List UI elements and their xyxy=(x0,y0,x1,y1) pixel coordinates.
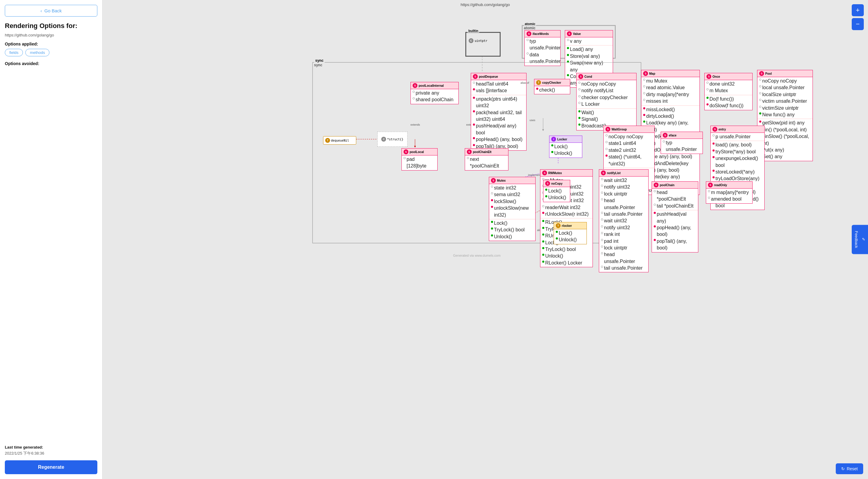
entry-fields: p unsafe.Pointer xyxy=(711,133,764,141)
pl-badge: S xyxy=(404,150,408,154)
nocopy-box: S noCopy Lock() Unlock() xyxy=(543,180,570,202)
pd-fields: headTail uint64 vals []interface xyxy=(471,80,526,95)
zoom-controls: + − xyxy=(852,4,864,30)
cond-fields: noCopy noCopy notify notifyList checker … xyxy=(577,80,636,109)
value-badge: S xyxy=(567,31,572,36)
rw-name: RWMutex xyxy=(548,171,562,175)
alias-of-label-1: alias of xyxy=(521,81,529,84)
pce-fields: next *poolChainElt xyxy=(465,155,508,170)
entry-badge: S xyxy=(712,127,717,132)
last-gen-label: Last time generated: xyxy=(5,445,97,449)
pool-box: S Pool noCopy noCopy local unsafe.Pointe… xyxy=(757,70,813,161)
option-methods[interactable]: methods xyxy=(25,49,50,56)
eface-name: eface xyxy=(669,134,677,137)
zoom-out-button[interactable]: − xyxy=(852,18,864,30)
reset-icon: ↻ xyxy=(841,466,845,471)
uintptr-badge: C xyxy=(469,38,473,43)
map-name: Map xyxy=(649,72,655,75)
diagram-canvas[interactable]: sync atomic builtin alias of alias of us… xyxy=(102,10,851,479)
page-title: Rendering Options for: xyxy=(5,22,97,30)
mutex-methods: Lock() TryLock() bool Unlock() xyxy=(489,219,535,241)
dequeuenil-box: T dequeueNil xyxy=(323,136,356,145)
once-fields: done uint32 m Mutex xyxy=(705,80,752,95)
wg-badge: S xyxy=(606,127,610,132)
mutex-badge: S xyxy=(491,178,496,183)
nl-header: S notifyList xyxy=(599,170,648,177)
wg-name: WaitGroup xyxy=(612,128,627,131)
go-back-button[interactable]: ‹ Go Back xyxy=(5,5,97,17)
option-fields[interactable]: fields xyxy=(5,49,23,56)
locker-name: Locker xyxy=(557,138,567,141)
pd-badge: S xyxy=(473,74,478,79)
nc-header: S noCopy xyxy=(544,180,570,187)
uintptr-box: C uintptr xyxy=(466,33,500,44)
nc-methods: Lock() Unlock() xyxy=(544,187,570,202)
diagram-url-bar: https://github.com/golang/go xyxy=(102,0,868,9)
ifacewords-badge: S xyxy=(527,31,531,36)
pool-name: Pool xyxy=(765,72,772,75)
poollocalinternal-box: S poolLocalInternal private any shared p… xyxy=(410,82,459,104)
option-tags: fields methods xyxy=(5,49,97,56)
pc-name: poolChain xyxy=(660,184,675,187)
feedback-tab[interactable]: ✎ Feedback xyxy=(852,225,868,254)
once-methods: Do(f func()) doSlow(f func()) xyxy=(705,95,752,110)
pce-header: S poolChainElt xyxy=(465,149,508,155)
value-fields: v any xyxy=(565,37,613,45)
struct-label: *struct{} xyxy=(387,138,403,141)
options-applied-label: Options applied: xyxy=(5,41,97,46)
entry-header: S entry xyxy=(711,126,764,133)
ifacewords-header: S ifaceWords xyxy=(525,30,560,37)
poollocal-box: S poolLocal pad [128]byte xyxy=(401,148,438,170)
ro-badge: S xyxy=(708,183,713,187)
pc-header: S poolChain xyxy=(652,182,698,189)
cc-methods: check() xyxy=(534,86,570,94)
once-badge: S xyxy=(707,74,711,79)
zoom-in-button[interactable]: + xyxy=(852,4,864,16)
pl-header: S poolLocal xyxy=(402,149,437,155)
poollocalinternal-header: S poolLocalInternal xyxy=(411,82,458,89)
rw-header: S RWMutex xyxy=(540,170,592,177)
nl-fields: wait uint32 notify uint32 lock uintptr h… xyxy=(599,177,648,272)
feedback-label: Feedback xyxy=(854,231,859,248)
builtin-label: builtin xyxy=(467,29,479,33)
rl-name: rlocker xyxy=(562,224,572,227)
right-panel: https://github.com/golang/go + − sync at… xyxy=(102,0,868,479)
nc-badge: S xyxy=(545,181,550,186)
ro-header: S readOnly xyxy=(706,182,752,189)
feedback-icon: ✎ xyxy=(861,237,866,242)
pooldequeue-box: S poolDequeue headTail uint64 vals []int… xyxy=(471,73,527,151)
cond-box: S Cond noCopy noCopy notify notifyList c… xyxy=(576,73,637,130)
rlocker-box: T rlocker Lock() Unlock() xyxy=(554,222,587,244)
locker-header: I Locker xyxy=(550,136,582,143)
pc-methods: pushHead(val any) popHead() (any, bool) … xyxy=(652,210,698,252)
pl-name: poolLocal xyxy=(410,150,424,154)
pce-badge: S xyxy=(467,150,472,154)
cc-badge: T xyxy=(536,80,541,85)
mutex-name: Mutex xyxy=(497,179,506,182)
reset-button[interactable]: ↻ Reset xyxy=(836,463,863,474)
nl-name: notifyList xyxy=(607,171,621,175)
regenerate-button[interactable]: Regenerate xyxy=(5,460,97,474)
eface-header: S eface xyxy=(661,132,703,139)
rw-badge: S xyxy=(542,170,547,175)
go-back-label: Go Back xyxy=(44,8,62,13)
struct-box: C *struct{} xyxy=(377,132,407,147)
cond-header: S Cond xyxy=(577,73,636,80)
map-fields: mu Mutex read atomic.Value dirty map[any… xyxy=(641,77,700,106)
pd-methods: unpack(ptrs uint64) uint32 pack(head uin… xyxy=(471,95,526,150)
entry-name: entry xyxy=(718,128,726,131)
pool-fields: noCopy noCopy local unsafe.Pointer local… xyxy=(757,77,812,119)
pc-badge: S xyxy=(654,183,658,187)
rl-badge: T xyxy=(556,223,561,228)
map-badge: S xyxy=(643,71,648,76)
eface-badge: S xyxy=(663,133,668,138)
pc-fields: head *poolChainElt tail *poolChainElt xyxy=(652,189,698,210)
pd-name: poolDequeue xyxy=(479,75,498,78)
value-name: Value xyxy=(573,32,581,36)
notifylist-box: S notifyList wait uint32 notify uint32 l… xyxy=(599,169,649,272)
repo-url: https://github.com/golang/go xyxy=(5,33,97,37)
pli-name: poolLocalInternal xyxy=(418,84,444,87)
cc-header: T copyChecker xyxy=(534,79,570,86)
locker-box: I Locker Lock() Unlock() xyxy=(549,135,582,158)
nc-name: noCopy xyxy=(551,182,562,185)
